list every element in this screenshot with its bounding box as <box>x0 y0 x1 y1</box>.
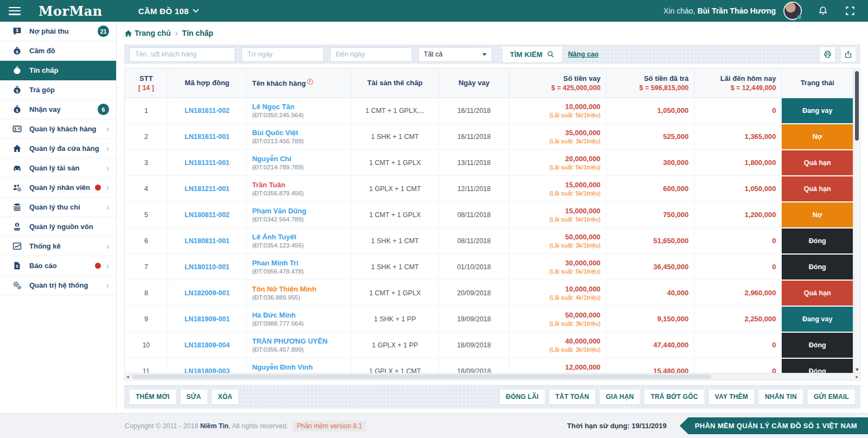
action-group-right: ĐÓNG LÃITẤT TOÁNGIA HẠNTRẢ BỚT GỐCVAY TH… <box>500 390 855 404</box>
scroll-down-arrow[interactable] <box>856 369 859 371</box>
notifications-button[interactable] <box>818 6 828 16</box>
contract-code-link[interactable]: LN181611-001 <box>184 133 229 141</box>
contract-code-link[interactable]: LN181809-003 <box>184 367 229 373</box>
sidebar-item-7[interactable]: Quản lý tài sản› <box>0 158 116 178</box>
status-badge: Đóng <box>782 255 853 280</box>
menu-toggle-icon[interactable] <box>9 7 21 15</box>
fullscreen-button[interactable] <box>845 6 855 16</box>
action-button-right-1[interactable]: TẤT TOÁN <box>550 390 595 404</box>
sidebar-item-6[interactable]: Quản lý đa cửa hàng› <box>0 139 116 158</box>
scroll-left-arrow[interactable]: ◂ <box>125 374 131 379</box>
advanced-link[interactable]: Nâng cao <box>568 50 598 58</box>
customer-name-link[interactable]: Tôn Nữ Thiện Minh <box>252 285 346 293</box>
contract-code-link[interactable]: LN181211-001 <box>184 185 229 193</box>
sidebar-item-10[interactable]: $Quản lý nguồn vốn <box>0 217 116 237</box>
sidebar-item-5[interactable]: Quản lý khách hàng› <box>0 119 116 139</box>
customer-name-link[interactable]: Nguyễn Đình Vinh <box>252 363 346 371</box>
table-row-9[interactable]: 9LN181909-001Hà Đức Minh(ĐT:0988.777.564… <box>125 306 853 332</box>
from-date-input[interactable] <box>241 47 324 62</box>
sidebar-item-label: Quản lý thu chi <box>29 203 80 211</box>
status-select[interactable]: Tất cả <box>418 47 492 62</box>
customer-name-link[interactable]: Lê Ánh Tuyết <box>252 233 346 241</box>
store-selector[interactable]: CẦM ĐỒ 108 <box>138 7 199 16</box>
sidebar-item-12[interactable]: $Báo cáo› <box>0 256 116 276</box>
vertical-scrollbar[interactable] <box>853 68 860 373</box>
user-avatar[interactable] <box>784 3 801 19</box>
action-button-left-2[interactable]: XÓA <box>212 390 239 404</box>
sidebar-item-1[interactable]: $Cầm đồ <box>0 41 116 61</box>
horizontal-scrollbar-thumb[interactable] <box>132 374 711 379</box>
cell-loan-amount: 10,000,000(Lãi suất: 4k/1triệu) <box>509 280 607 306</box>
customer-name-link[interactable]: Bùi Quốc Việt <box>252 129 346 137</box>
sidebar-item-label: Nhận vay <box>29 105 61 113</box>
action-button-right-6[interactable]: GỬI EMAIL <box>808 390 855 404</box>
action-button-right-3[interactable]: TRẢ BỚT GỐC <box>644 390 704 404</box>
table-row-2[interactable]: 2LN181611-001Bùi Quốc Việt(ĐT:0213.456.7… <box>125 124 853 150</box>
cell-stt: 2 <box>125 124 168 150</box>
sidebar-item-13[interactable]: Quản trị hệ thống› <box>0 276 116 295</box>
col-header-stt: STT[ 14 ] <box>125 68 168 98</box>
cell-paid-amount: 9,150,000 <box>606 306 694 332</box>
horizontal-scrollbar[interactable]: ◂ ▸ <box>124 373 860 380</box>
sidebar-item-2[interactable]: $Tín chấp <box>0 61 116 80</box>
contract-code-link[interactable]: LN181909-001 <box>184 315 229 323</box>
contract-code-link[interactable]: LN181809-004 <box>184 341 229 349</box>
sidebar-item-9[interactable]: Quản lý thu chi› <box>0 198 116 217</box>
contract-code-link[interactable]: LN180110-001 <box>184 263 229 271</box>
table-row-5[interactable]: 5LN180811-002Phạm Văn Dũng(ĐT:0342.564.7… <box>125 202 853 228</box>
table-row-8[interactable]: 8LN182009-001Tôn Nữ Thiện Minh(ĐT:036.88… <box>125 280 853 306</box>
action-button-left-0[interactable]: THÊM MỚI <box>130 390 176 404</box>
customer-name-link[interactable]: Hà Đức Minh <box>252 311 346 319</box>
contract-code-link[interactable]: LN180811-002 <box>184 211 229 219</box>
app-logo[interactable]: MorMan <box>39 3 103 19</box>
search-button[interactable]: TÌM KIẾM <box>502 47 562 62</box>
cell-interest-today: 0 <box>694 254 782 280</box>
sidebar-item-0[interactable]: $Nợ phải thu21 <box>0 22 116 41</box>
action-button-right-5[interactable]: NHẮN TIN <box>759 390 803 404</box>
cell-contract-code: LN181909-001 <box>168 306 246 332</box>
cell-interest-today: 2,960,000 <box>694 280 782 306</box>
action-button-right-0[interactable]: ĐÓNG LÃI <box>500 390 545 404</box>
help-icon[interactable]: ? <box>307 79 313 85</box>
sidebar-item-11[interactable]: Thống kê› <box>0 237 116 256</box>
cell-customer: Phạm Văn Dũng(ĐT:0342.564.789) <box>246 202 351 228</box>
table-row-11[interactable]: 11LN181809-003Nguyễn Đình Vinh(ĐT:0387.9… <box>125 358 853 373</box>
to-date-input[interactable] <box>330 47 412 62</box>
print-button[interactable] <box>820 47 835 62</box>
table-row-6[interactable]: 6LN180811-001Lê Ánh Tuyết(ĐT:0354.123.45… <box>125 228 853 254</box>
customer-name-link[interactable]: Trần Tuân <box>252 181 346 189</box>
sidebar-item-label: Nợ phải thu <box>29 27 69 35</box>
action-group-left: THÊM MỚISỬAXÓA <box>130 390 238 404</box>
contract-code-link[interactable]: LN182009-001 <box>184 289 229 297</box>
contract-code-link[interactable]: LN181611-002 <box>184 107 229 115</box>
cell-status: Quá hạn <box>782 176 853 202</box>
customer-name-link[interactable]: Phạm Văn Dũng <box>252 207 346 215</box>
action-button-right-4[interactable]: VAY THÊM <box>709 390 754 404</box>
customer-name-link[interactable]: Nguyễn Chí <box>252 155 346 163</box>
table-row-10[interactable]: 10LN181809-004TRẦN PHƯƠNG UYÊN(ĐT:0356.4… <box>125 332 853 358</box>
contract-code-link[interactable]: LN181311-001 <box>184 159 229 167</box>
table-row-1[interactable]: 1LN181611-002Lê Ngọc Tân(ĐT:0350.245.564… <box>125 98 853 124</box>
action-button-right-2[interactable]: GIA HẠN <box>600 390 640 404</box>
sidebar-item-8[interactable]: Quản lý nhân viên› <box>0 178 116 198</box>
sidebar-item-4[interactable]: $Nhận vay6 <box>0 100 116 119</box>
sidebar-item-3[interactable]: $Trả góp <box>0 80 116 100</box>
export-button[interactable] <box>841 47 856 62</box>
action-button-left-1[interactable]: SỬA <box>181 390 207 404</box>
table-row-4[interactable]: 4LN181211-001Trần Tuân(ĐT:0356.879.456)1… <box>125 176 853 202</box>
contract-code-link[interactable]: LN180811-001 <box>184 237 229 245</box>
scroll-right-arrow[interactable]: ▸ <box>854 374 860 379</box>
customer-name-link[interactable]: Phan Minh Trí <box>252 259 346 267</box>
table-row-7[interactable]: 7LN180110-001Phan Minh Trí(ĐT:0956.478.4… <box>125 254 853 280</box>
customer-name-link[interactable]: Lê Ngọc Tân <box>252 103 346 111</box>
table-row-3[interactable]: 3LN181311-001Nguyễn Chí(ĐT:0214.789.789)… <box>125 150 853 176</box>
customer-name-link[interactable]: TRẦN PHƯƠNG UYÊN <box>252 337 346 345</box>
customer-phone: (ĐT:0350.245.564) <box>252 112 346 118</box>
user-name: Bùi Trần Thảo Hương <box>697 7 776 15</box>
interest-rate: (Lãi suất: 5k/1triệu) <box>515 112 601 118</box>
vertical-scrollbar-thumb[interactable] <box>855 71 859 141</box>
version-badge: Phần mềm version 8.1 <box>292 421 366 431</box>
status-badge: Đóng <box>782 359 853 373</box>
breadcrumb-home[interactable]: Trang chủ <box>135 29 171 37</box>
search-input[interactable] <box>129 47 235 62</box>
